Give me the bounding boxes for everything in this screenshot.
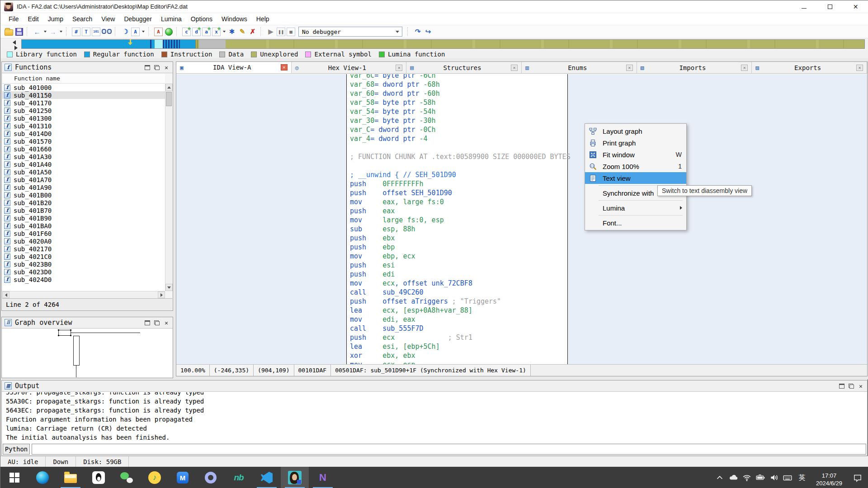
float-icon[interactable] — [154, 320, 160, 326]
function-row[interactable]: fsub_401B00 — [2, 191, 165, 199]
function-row[interactable]: fsub_4024D0 — [2, 276, 165, 283]
disassembly-line[interactable]: ; FUNCTION CHUNK AT .text:00589900 SIZE … — [350, 152, 571, 161]
menu-help[interactable]: Help — [252, 14, 274, 24]
chevron-up-icon[interactable] — [713, 467, 726, 488]
function-row[interactable]: fsub_401170 — [2, 99, 165, 107]
wifi-icon[interactable] — [740, 467, 754, 488]
tab-close-icon[interactable]: ✕ — [396, 65, 402, 71]
disassembly-line[interactable] — [350, 161, 571, 170]
disassembly-line[interactable]: var_68= dword ptr -68h — [350, 80, 571, 89]
disassembly-line[interactable]: var_6C= byte ptr -6Ch — [350, 74, 571, 80]
function-row[interactable]: fsub_401000 — [2, 84, 165, 91]
disassembly-line[interactable]: push ecx ; Str1 — [350, 333, 571, 342]
scroll-up-icon[interactable] — [165, 84, 173, 91]
function-row[interactable]: fsub_4021C0 — [2, 253, 165, 260]
function-row[interactable]: fsub_4020A0 — [2, 237, 165, 245]
tab-enums[interactable]: ▥Enums✕ — [522, 62, 637, 73]
navigation-sphere-icon[interactable] — [164, 27, 173, 36]
jump-address-icon[interactable]: # — [72, 28, 80, 36]
make-array-icon[interactable]: x — [212, 28, 221, 36]
float-icon[interactable] — [154, 65, 160, 70]
taskbar-qq[interactable] — [85, 467, 113, 488]
taskbar-vscode[interactable] — [253, 467, 281, 488]
disassembly-line[interactable]: mov ecx, esp — [350, 360, 571, 364]
function-row[interactable]: fsub_402170 — [2, 245, 165, 253]
taskbar-n-app[interactable]: N — [309, 467, 337, 488]
tab-close-icon[interactable]: ✕ — [511, 65, 518, 71]
dropdown-arrow-icon[interactable] — [141, 28, 145, 36]
viewport-rectangle[interactable] — [58, 330, 71, 336]
function-row[interactable]: fsub_4023B0 — [2, 260, 165, 268]
menu-item-font-[interactable]: Font... — [585, 217, 686, 229]
menu-edit[interactable]: Edit — [24, 14, 43, 24]
function-row[interactable]: fsub_4014D0 — [2, 130, 165, 137]
graph-view-area[interactable]: var_6C= byte ptr -6Chvar_68= dword ptr -… — [176, 74, 867, 364]
tab-structures[interactable]: ▤Structures✕ — [406, 62, 522, 73]
taskbar-nb-app[interactable]: nb — [225, 467, 253, 488]
function-row[interactable]: fsub_401A50 — [2, 168, 165, 176]
run-until-icon[interactable]: ↪ — [424, 27, 433, 36]
menu-debugger[interactable]: Debugger — [119, 14, 156, 24]
dropdown-arrow-icon[interactable] — [43, 28, 47, 36]
function-row[interactable]: fsub_401250 — [2, 107, 165, 114]
address-band[interactable] — [21, 39, 865, 49]
function-row[interactable]: fsub_401F60 — [2, 230, 165, 237]
function-name-column-header[interactable]: Function name — [2, 74, 165, 84]
function-row[interactable]: fsub_401B70 — [2, 206, 165, 214]
python-cli-button[interactable]: Python — [3, 444, 30, 455]
function-row[interactable]: fsub_401A70 — [2, 176, 165, 183]
menu-file[interactable]: File — [4, 14, 24, 24]
function-row[interactable]: fsub_401570 — [2, 137, 165, 145]
disassembly-line[interactable]: call sub_49C260 — [350, 288, 571, 297]
make-string-icon[interactable]: a — [202, 28, 211, 36]
band-scroll-left-icon[interactable] — [13, 40, 16, 45]
battery-icon[interactable] — [754, 467, 767, 488]
step-into-icon[interactable]: ↷ — [413, 27, 422, 36]
function-row[interactable]: fsub_401A30 — [2, 153, 165, 160]
band-scroll-right-icon[interactable] — [14, 46, 18, 50]
open-file-icon[interactable] — [4, 27, 13, 36]
menu-item-layout-graph[interactable]: Layout graph — [585, 125, 686, 137]
edit-pencil-icon[interactable]: ✎ — [238, 27, 247, 36]
disassembly-line[interactable]: mov edi, eax — [350, 315, 571, 324]
maximize-icon[interactable] — [817, 0, 843, 13]
scroll-left-icon[interactable] — [2, 291, 9, 298]
menu-view[interactable]: View — [97, 14, 119, 24]
dropdown-arrow-icon[interactable] — [59, 28, 63, 36]
disassembly-line[interactable]: push edi — [350, 270, 571, 279]
minimize-icon[interactable] — [791, 0, 817, 13]
disassembly-line[interactable]: call sub_555F7D — [350, 324, 571, 333]
analysis-icon[interactable]: A — [154, 28, 163, 36]
tab-close-icon[interactable]: ✕ — [741, 65, 748, 71]
function-row[interactable]: fsub_401150 — [2, 91, 165, 99]
scroll-right-icon[interactable] — [158, 291, 165, 298]
tab-close-icon[interactable]: ✕ — [626, 65, 633, 71]
close-icon[interactable]: ✕ — [843, 0, 868, 13]
function-row[interactable]: fsub_401A90 — [2, 183, 165, 191]
onedrive-cloud-icon[interactable] — [726, 467, 740, 488]
graph-overview-canvas[interactable] — [2, 329, 172, 377]
menu-windows[interactable]: Windows — [217, 14, 252, 24]
make-code-icon[interactable]: c — [182, 28, 191, 36]
taskbar-wechat[interactable] — [113, 467, 141, 488]
function-row[interactable]: fsub_401B20 — [2, 199, 165, 206]
disassembly-line[interactable]: push eax — [350, 206, 571, 216]
tab-close-icon[interactable]: ✕ — [856, 65, 863, 71]
disassembly-line[interactable]: var_58= byte ptr -58h — [350, 98, 571, 107]
disassembly-line[interactable]: mov ecx, offset unk_72CBF8 — [350, 279, 571, 288]
ascii-strings-icon[interactable]: A — [131, 28, 140, 36]
python-input[interactable] — [32, 444, 866, 455]
volume-icon[interactable] — [767, 467, 781, 488]
close-icon[interactable]: ✕ — [163, 65, 170, 70]
disassembly-line[interactable]: push esi — [350, 261, 571, 270]
function-row[interactable]: fsub_401310 — [2, 122, 165, 130]
crescent-icon[interactable]: ☽ — [121, 27, 130, 36]
disassembly-line[interactable]: var_30= byte ptr -30h — [350, 116, 571, 125]
function-row[interactable]: fsub_4023D0 — [2, 268, 165, 276]
tab-ida-view-a[interactable]: ▣IDA View-A✕ — [176, 62, 292, 73]
disassembly-line[interactable]: var_4= dword ptr -4 — [350, 134, 571, 143]
search-icon[interactable] — [102, 28, 112, 36]
function-row[interactable]: fsub_401BA0 — [2, 222, 165, 230]
debugger-stop-icon[interactable]: ■ — [287, 28, 295, 36]
disassembly-line[interactable]: lea esi, [ebp+5Ch] — [350, 342, 571, 351]
